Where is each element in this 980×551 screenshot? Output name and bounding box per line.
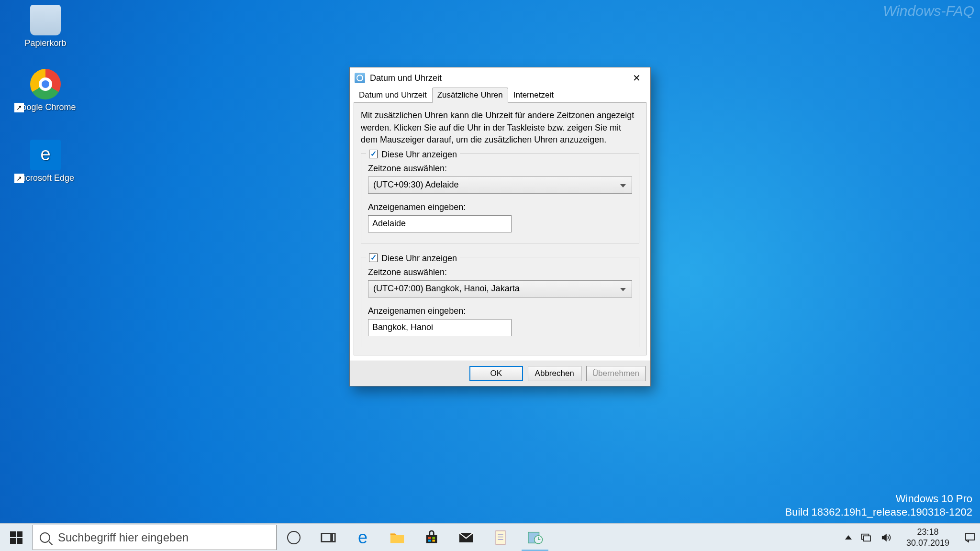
desktop-icon-recycle-bin[interactable]: Papierkorb: [14, 5, 77, 48]
shortcut-overlay-icon: ↗: [14, 103, 24, 112]
taskbar-apps: e: [277, 524, 552, 551]
taskbar-search-input[interactable]: Suchbegriff hier eingeben: [33, 525, 277, 550]
watermark-top: Windows-FAQ: [883, 3, 974, 19]
clock1-timezone-select[interactable]: (UTC+09:30) Adelaide: [368, 176, 632, 194]
panel-description: Mit zusätzlichen Uhren kann die Uhrzeit …: [361, 110, 639, 146]
cortana-button[interactable]: [277, 524, 311, 551]
edge-icon: [30, 140, 61, 170]
clock1-show-label: Diese Uhr anzeigen: [381, 149, 457, 160]
tray-time: 23:18: [906, 527, 949, 538]
taskbar-app-store[interactable]: [414, 524, 449, 551]
dialog-titlebar[interactable]: Datum und Uhrzeit ✕: [350, 67, 650, 88]
svg-rect-0: [322, 533, 331, 541]
tab-date-time[interactable]: Datum und Uhrzeit: [354, 88, 432, 103]
shortcut-overlay-icon: ↗: [14, 174, 24, 183]
taskbar-app-datetime[interactable]: [518, 524, 552, 551]
cancel-button[interactable]: Abbrechen: [528, 366, 581, 381]
svg-rect-7: [496, 530, 505, 544]
tab-additional-clocks[interactable]: Zusätzliche Uhren: [432, 88, 508, 103]
watermark-bottom: Windows 10 Pro Build 18362.19h1_release.…: [785, 492, 972, 519]
chrome-icon: [30, 69, 61, 99]
svg-rect-1: [333, 533, 335, 541]
clock1-timezone-label: Zeitzone auswählen:: [368, 164, 632, 174]
clock2-group: Diese Uhr anzeigen Zeitzone auswählen: (…: [361, 257, 639, 347]
edge-icon: e: [358, 528, 368, 548]
taskbar-app-mail[interactable]: [449, 524, 483, 551]
desktop-icon-edge[interactable]: ↗ Microsoft Edge: [14, 140, 77, 183]
svg-rect-3: [432, 537, 435, 539]
store-icon: [423, 529, 440, 546]
task-view-icon: [320, 529, 336, 546]
tab-internet-time[interactable]: Internetzeit: [508, 88, 559, 103]
windows-logo-icon: [10, 531, 22, 544]
desktop-icon-label: Papierkorb: [14, 38, 77, 48]
cortana-icon: [287, 531, 301, 544]
tray-volume-icon[interactable]: [880, 532, 892, 543]
clock2-timezone-value: (UTC+07:00) Bangkok, Hanoi, Jakarta: [373, 284, 520, 294]
task-view-button[interactable]: [311, 524, 345, 551]
clock1-timezone-value: (UTC+09:30) Adelaide: [373, 180, 459, 190]
desktop-icon-chrome[interactable]: ↗ Google Chrome: [14, 69, 77, 112]
clock2-show-label: Diese Uhr anzeigen: [381, 253, 457, 264]
clock2-name-input[interactable]: [368, 319, 512, 336]
apply-button[interactable]: Übernehmen: [586, 366, 646, 381]
taskbar-app-notepad[interactable]: [483, 524, 518, 551]
svg-rect-5: [432, 540, 435, 541]
clock1-show-checkbox[interactable]: [369, 150, 378, 158]
date-time-dialog: Datum und Uhrzeit ✕ Datum und Uhrzeit Zu…: [349, 67, 651, 386]
start-button[interactable]: [0, 524, 33, 551]
mail-icon: [458, 529, 474, 546]
clock1-name-label: Anzeigenamen eingeben:: [368, 202, 632, 212]
clock2-show-checkbox[interactable]: [369, 253, 378, 262]
dialog-title: Datum und Uhrzeit: [370, 73, 623, 83]
tray-overflow-button[interactable]: [845, 535, 852, 540]
clock-settings-icon: [355, 73, 365, 83]
tray-notifications-icon[interactable]: [964, 532, 976, 543]
dialog-button-bar: OK Abbrechen Übernehmen: [350, 361, 650, 386]
svg-rect-4: [428, 540, 431, 541]
clock-settings-icon: [527, 529, 543, 546]
clock1-name-input[interactable]: [368, 215, 512, 232]
tray-network-icon[interactable]: [860, 532, 872, 543]
tab-panel-additional-clocks: Mit zusätzlichen Uhren kann die Uhrzeit …: [354, 102, 646, 355]
folder-icon: [389, 529, 405, 546]
notepad-icon: [492, 529, 509, 546]
taskbar-app-explorer[interactable]: [380, 524, 414, 551]
svg-rect-15: [966, 533, 974, 540]
clock1-group: Diese Uhr anzeigen Zeitzone auswählen: (…: [361, 153, 639, 243]
clock2-timezone-select[interactable]: (UTC+07:00) Bangkok, Hanoi, Jakarta: [368, 280, 632, 298]
recycle-bin-icon: [30, 5, 61, 35]
dialog-tabs: Datum und Uhrzeit Zusätzliche Uhren Inte…: [350, 88, 650, 103]
taskbar: Suchbegriff hier eingeben e: [0, 523, 980, 551]
search-icon: [40, 532, 50, 543]
ok-button[interactable]: OK: [469, 366, 523, 381]
svg-rect-2: [428, 537, 431, 539]
taskbar-app-edge[interactable]: e: [345, 524, 380, 551]
tray-clock[interactable]: 23:18 30.07.2019: [901, 527, 955, 548]
watermark-build: Build 18362.19h1_release.190318-1202: [785, 506, 972, 519]
taskbar-tray: 23:18 30.07.2019: [841, 524, 980, 551]
close-icon: ✕: [633, 72, 641, 84]
clock2-name-label: Anzeigenamen eingeben:: [368, 306, 632, 316]
svg-rect-14: [863, 536, 870, 541]
watermark-os: Windows 10 Pro: [785, 492, 972, 506]
tray-date: 30.07.2019: [906, 538, 949, 549]
clock2-timezone-label: Zeitzone auswählen:: [368, 267, 632, 277]
close-button[interactable]: ✕: [623, 67, 650, 88]
search-placeholder: Suchbegriff hier eingeben: [58, 531, 189, 544]
